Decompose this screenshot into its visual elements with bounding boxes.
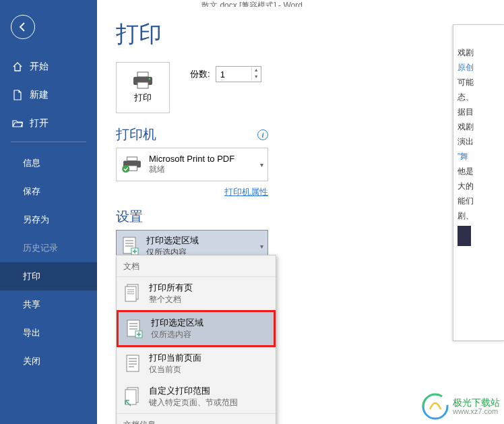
- nav-new[interactable]: 新建: [0, 81, 97, 109]
- opt-label: 自定义打印范围: [149, 385, 238, 397]
- nav-history: 历史记录: [0, 234, 97, 262]
- nav-print[interactable]: 打印: [0, 262, 97, 291]
- nav-open-label: 打开: [30, 117, 49, 129]
- nav-saveas-label: 另存为: [23, 214, 49, 226]
- nav-saveas[interactable]: 另存为: [0, 206, 97, 234]
- option-print-all[interactable]: 打印所有页整个文档: [117, 277, 276, 310]
- dropdown-group-document: 文档: [117, 255, 276, 277]
- preview-line: 戏剧: [458, 119, 504, 134]
- print-button[interactable]: 打印: [116, 62, 170, 113]
- printer-icon: [132, 71, 154, 89]
- page-plus-icon: [122, 236, 139, 256]
- printer-selector[interactable]: Microsoft Print to PDF 就绪 ▾: [116, 148, 268, 181]
- preview-line: 演出: [458, 134, 504, 149]
- nav-export-label: 导出: [23, 327, 40, 339]
- svg-rect-0: [137, 72, 148, 77]
- svg-rect-21: [129, 328, 137, 330]
- copies-control: 份数: ▲▼: [190, 66, 261, 82]
- nav-save-label: 保存: [23, 185, 40, 198]
- preview-line: 大的: [458, 179, 504, 193]
- preview-line: 能们: [458, 193, 504, 208]
- pages-icon: [124, 284, 141, 304]
- svg-rect-16: [127, 291, 134, 293]
- nav-home[interactable]: 开始: [0, 53, 97, 81]
- svg-rect-27: [129, 366, 134, 367]
- opt-label: 打印当前页面: [149, 352, 201, 364]
- nav-close-label: 关闭: [23, 355, 40, 367]
- svg-rect-26: [129, 363, 137, 365]
- svg-rect-25: [129, 361, 137, 362]
- arrow-left-icon: [18, 22, 28, 32]
- printer-status-icon: [122, 156, 142, 173]
- settings-section-title: 设置: [116, 208, 504, 226]
- option-print-custom[interactable]: 自定义打印范围键入特定页面、节或范围: [117, 380, 276, 413]
- spin-down-icon[interactable]: ▼: [251, 73, 261, 80]
- preview-line: 剧、: [458, 208, 504, 223]
- preview-line: 据目: [458, 104, 504, 119]
- opt-sub: 整个文档: [149, 294, 193, 305]
- opt-label: 打印选定区域: [151, 317, 203, 329]
- nav-share[interactable]: 共享: [0, 291, 97, 319]
- svg-rect-10: [125, 243, 133, 244]
- chevron-down-icon: ▾: [260, 243, 263, 250]
- nav-save[interactable]: 保存: [0, 177, 97, 206]
- nav-close[interactable]: 关闭: [0, 347, 97, 375]
- svg-rect-11: [125, 245, 133, 247]
- range-selected-label: 打印选定区域: [146, 235, 199, 247]
- nav-separator: [11, 142, 86, 142]
- preview-line: 可能: [458, 75, 504, 90]
- svg-rect-15: [127, 289, 134, 291]
- page-title: 打印: [116, 19, 504, 50]
- preview-line: "舞: [458, 149, 504, 164]
- opt-label: 打印所有页: [149, 282, 193, 294]
- printer-name: Microsoft Print to PDF: [149, 154, 234, 164]
- folder-open-icon: [12, 118, 23, 129]
- print-range-dropdown: 文档 打印所有页整个文档 打印选定区域仅所选内容 打印当前页面仅当前页 自定义打…: [116, 255, 276, 424]
- svg-rect-4: [127, 157, 137, 161]
- svg-point-7: [122, 165, 129, 173]
- nav-info[interactable]: 信息: [0, 149, 97, 177]
- aurora-logo-icon: [422, 393, 449, 420]
- opt-sub: 仅当前页: [149, 364, 201, 375]
- svg-rect-20: [129, 326, 137, 327]
- back-button[interactable]: [11, 15, 35, 39]
- option-print-selection[interactable]: 打印选定区域仅所选内容: [119, 312, 274, 345]
- opt-sub: 仅所选内容: [151, 329, 203, 340]
- opt-sub: 键入特定页面、节或范围: [149, 397, 238, 408]
- svg-rect-19: [129, 323, 137, 324]
- preview-line: 原创: [458, 60, 504, 75]
- printer-section-title: 打印机: [116, 125, 156, 144]
- nav-history-label: 历史记录: [23, 242, 58, 254]
- file-icon: [12, 90, 23, 100]
- dropdown-group-docinfo: 文档信息: [117, 413, 276, 424]
- svg-rect-24: [129, 358, 137, 359]
- copies-spinner[interactable]: ▲▼: [251, 67, 261, 80]
- preview-line: 态、: [458, 90, 504, 104]
- preview-image-thumb: [458, 226, 471, 246]
- page-arrow-icon: [124, 387, 141, 407]
- svg-rect-17: [127, 293, 134, 295]
- nav-home-label: 开始: [30, 61, 49, 73]
- watermark-url: www.xz7.com: [453, 407, 500, 415]
- info-icon[interactable]: i: [257, 129, 268, 140]
- preview-line: 他是: [458, 164, 504, 179]
- spin-up-icon[interactable]: ▲: [251, 67, 261, 73]
- nav-print-label: 打印: [23, 270, 40, 282]
- backstage-sidebar: 开始 新建 打开 信息 保存 另存为 历史记录 打印 共享 导出 关闭: [0, 0, 97, 424]
- watermark: 极光下载站 www.xz7.com: [422, 393, 500, 420]
- nav-new-label: 新建: [30, 89, 49, 101]
- option-print-current[interactable]: 打印当前页面仅当前页: [117, 347, 276, 380]
- preview-line: 戏剧: [458, 45, 504, 60]
- nav-open[interactable]: 打开: [0, 109, 97, 138]
- nav-export[interactable]: 导出: [0, 319, 97, 347]
- svg-rect-9: [125, 240, 133, 241]
- svg-point-3: [149, 78, 151, 80]
- print-preview: 戏剧 原创 可能 态、 据目 戏剧 演出 "舞 他是 大的 能们 剧、: [453, 24, 504, 341]
- copies-label: 份数:: [190, 68, 210, 80]
- home-icon: [12, 61, 23, 72]
- chevron-down-icon: ▾: [260, 161, 263, 169]
- printer-properties-link[interactable]: 打印机属性: [224, 187, 268, 197]
- page-plus-icon: [126, 319, 144, 339]
- print-button-label: 打印: [134, 92, 152, 104]
- printer-status: 就绪: [149, 164, 234, 175]
